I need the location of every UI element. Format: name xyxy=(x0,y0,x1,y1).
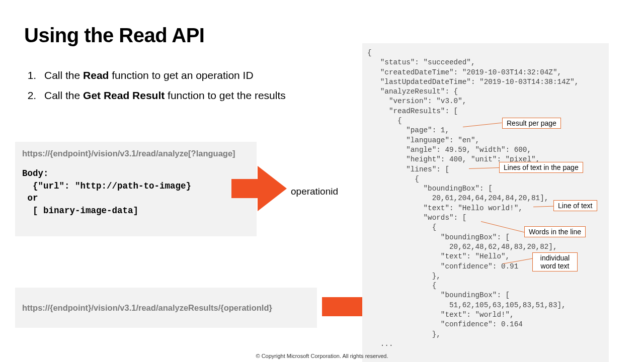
callout-words-in-line: Words in the line xyxy=(524,226,586,237)
callout-lines-of-text: Lines of text in the page xyxy=(499,162,583,173)
callout-result-per-page: Result per page xyxy=(502,118,561,129)
step-1-suffix: function to get an operation ID xyxy=(109,69,253,81)
operation-id-label: operationid xyxy=(291,186,338,197)
copyright-footer: © Copyright Microsoft Corporation. All r… xyxy=(0,353,644,359)
step-1: Call the Read function to get an operati… xyxy=(39,65,286,85)
request-box-1: https://{endpoint}/vision/v3.1/read/anal… xyxy=(15,142,257,236)
steps-list: Call the Read function to get an operati… xyxy=(24,65,286,106)
arrow-icon xyxy=(231,161,287,216)
callout-individual-word: individual word text xyxy=(532,252,578,272)
step-1-bold: Read xyxy=(83,69,109,81)
slide-title: Using the Read API xyxy=(24,24,204,47)
request-box-2: https://{endpoint}/vision/v3.1/read/anal… xyxy=(15,288,317,328)
endpoint-url-2: https://{endpoint}/vision/v3.1/read/anal… xyxy=(22,303,272,313)
callout-line-of-text: Line of text xyxy=(553,200,597,211)
request-body: Body: {"url": "http://path-to-image} or … xyxy=(22,167,250,217)
step-2: Call the Get Read Result function to get… xyxy=(39,85,286,106)
endpoint-url-1: https://{endpoint}/vision/v3.1/read/anal… xyxy=(22,149,250,158)
step-2-bold: Get Read Result xyxy=(83,89,165,101)
step-2-prefix: Call the xyxy=(44,89,83,101)
step-1-prefix: Call the xyxy=(44,69,83,81)
step-2-suffix: function to get the results xyxy=(165,89,285,101)
